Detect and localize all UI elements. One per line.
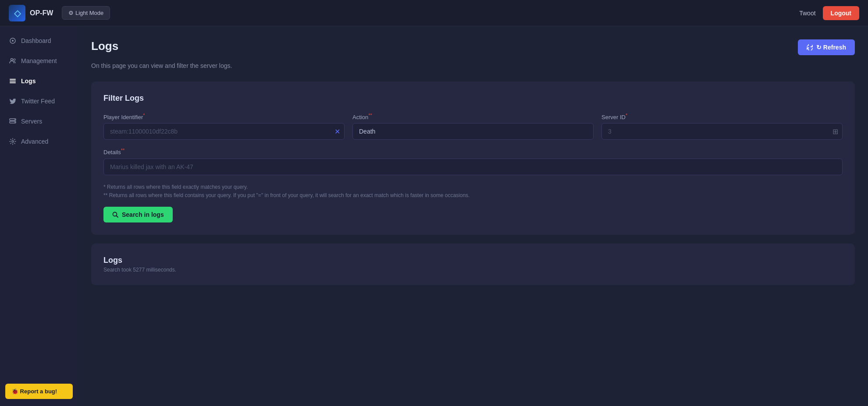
- filter-logs-card: Filter Logs Player Identifier* ✕ Action*…: [91, 81, 855, 235]
- navbar: ◇ OP-FW ⚙ Light Mode Twoot Logout: [0, 0, 868, 26]
- page-header-left: Logs: [91, 39, 118, 53]
- server-spinner-icon: ⊞: [832, 127, 838, 136]
- twoot-label: Twoot: [799, 10, 815, 17]
- svg-point-3: [14, 59, 15, 60]
- action-input[interactable]: [352, 123, 594, 140]
- svg-rect-5: [10, 81, 16, 81]
- main-content: Logs ↻ Refresh On this page you can view…: [78, 26, 868, 406]
- refresh-icon: [807, 44, 813, 50]
- serverid-input[interactable]: [601, 123, 843, 140]
- sidebar-item-logs[interactable]: Logs: [0, 71, 78, 91]
- serverid-input-wrapper: ⊞: [601, 123, 843, 140]
- filter-row-top: Player Identifier* ✕ Action**: [103, 113, 843, 140]
- bars-icon: [9, 77, 17, 85]
- app-name: OP-FW: [30, 9, 53, 17]
- logs-search-time: Search took 5277 milliseconds.: [103, 267, 843, 273]
- sidebar-item-logs-label: Logs: [21, 78, 36, 85]
- sidebar-item-twitter-feed-label: Twitter Feed: [21, 98, 55, 105]
- svg-rect-6: [10, 82, 16, 83]
- action-group: Action**: [352, 113, 594, 140]
- sidebar-bottom: 🐞 Report a bug!: [0, 377, 78, 406]
- logs-result-title: Logs: [103, 256, 843, 265]
- sidebar-item-management-label: Management: [21, 57, 57, 64]
- refresh-label: ↻ Refresh: [816, 44, 846, 51]
- navbar-logo: ◇ OP-FW: [9, 5, 53, 21]
- search-logs-button[interactable]: Search in logs: [103, 207, 173, 222]
- details-label: Details**: [103, 148, 843, 155]
- filter-note-2: ** Returns all rows where this field con…: [103, 191, 843, 200]
- page-subtitle: On this page you can view and filter the…: [91, 62, 855, 69]
- light-mode-button[interactable]: ⚙ Light Mode: [62, 6, 110, 20]
- serverid-label: Server ID*: [601, 113, 843, 120]
- layout: Dashboard Management Logs: [0, 26, 868, 406]
- logout-button[interactable]: Logout: [823, 6, 859, 20]
- gear-icon: [9, 138, 17, 145]
- twitter-icon: [9, 97, 17, 105]
- sidebar-item-advanced[interactable]: Advanced: [0, 131, 78, 152]
- sidebar: Dashboard Management Logs: [0, 26, 78, 406]
- action-label: Action**: [352, 113, 594, 120]
- svg-point-2: [11, 59, 13, 61]
- search-icon: [112, 212, 118, 218]
- sidebar-item-advanced-label: Advanced: [21, 138, 48, 145]
- svg-point-9: [14, 119, 15, 120]
- svg-rect-4: [10, 79, 16, 80]
- player-identifier-group: Player Identifier* ✕: [103, 113, 345, 140]
- sidebar-item-servers-label: Servers: [21, 118, 42, 125]
- filter-row-details: Details**: [103, 148, 843, 175]
- player-clear-icon[interactable]: ✕: [334, 127, 340, 136]
- report-bug-button[interactable]: 🐞 Report a bug!: [5, 384, 73, 399]
- logs-result-card: Logs Search took 5277 milliseconds.: [91, 244, 855, 285]
- circle-icon: [9, 37, 17, 45]
- details-input[interactable]: [103, 159, 843, 175]
- sidebar-item-servers[interactable]: Servers: [0, 111, 78, 131]
- search-logs-label: Search in logs: [122, 211, 164, 218]
- sidebar-item-dashboard[interactable]: Dashboard: [0, 31, 78, 51]
- player-identifier-label: Player Identifier*: [103, 113, 345, 120]
- navbar-right: Twoot Logout: [799, 6, 859, 20]
- player-identifier-input[interactable]: [103, 123, 345, 140]
- users-icon: [9, 57, 17, 65]
- server-icon: [9, 117, 17, 125]
- filter-note-1: * Returns all rows where this field exac…: [103, 183, 843, 191]
- serverid-group: Server ID* ⊞: [601, 113, 843, 140]
- player-input-wrapper: ✕: [103, 123, 345, 140]
- svg-point-11: [12, 141, 14, 142]
- sidebar-item-management[interactable]: Management: [0, 51, 78, 71]
- page-header: Logs ↻ Refresh: [91, 39, 855, 55]
- svg-point-10: [14, 122, 15, 123]
- sidebar-item-twitter-feed[interactable]: Twitter Feed: [0, 91, 78, 111]
- filter-logs-title: Filter Logs: [103, 94, 843, 103]
- logo-icon: ◇: [9, 5, 25, 21]
- svg-point-1: [12, 40, 14, 42]
- filter-notes: * Returns all rows where this field exac…: [103, 183, 843, 200]
- details-group: Details**: [103, 148, 843, 175]
- sidebar-item-dashboard-label: Dashboard: [21, 37, 51, 44]
- refresh-button[interactable]: ↻ Refresh: [798, 39, 855, 55]
- page-title: Logs: [91, 39, 118, 53]
